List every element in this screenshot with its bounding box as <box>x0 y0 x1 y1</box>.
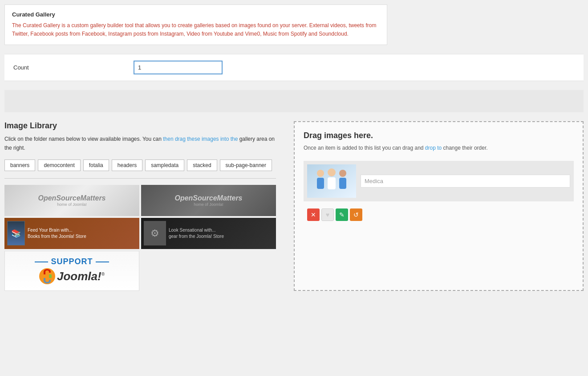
drop-zone-panel[interactable]: Drag images here. Once an item is added … <box>294 121 584 290</box>
edit-button[interactable]: ✎ <box>336 208 348 221</box>
sub-text-2: home of Joomla! <box>194 202 223 207</box>
count-label: Count <box>9 64 134 71</box>
svg-rect-7 <box>328 177 336 189</box>
folder-tag-fotalia[interactable]: fotalia <box>83 159 109 171</box>
svg-point-4 <box>317 170 324 177</box>
image-item-5[interactable]: SUPPORT Joomla!® <box>4 251 139 291</box>
gallery-item-thumb-inner <box>307 164 356 198</box>
info-box-title: Curated Gallery <box>12 11 380 18</box>
svg-rect-2 <box>49 274 52 278</box>
info-box-text: The Curated Gallery is a custom gallery … <box>12 21 380 38</box>
image-library-title: Image Library <box>4 121 276 131</box>
drop-zone-desc: Once an item is added to this list you c… <box>304 144 574 152</box>
brand-text-1: OpenSourceMatters <box>38 194 105 202</box>
image-library: Image Library Click on the folder names … <box>4 121 285 290</box>
books-thumb: 📚 <box>7 221 25 245</box>
joomla-support-text: SUPPORT <box>35 257 109 266</box>
brand-text-2: OpenSourceMatters <box>174 194 242 202</box>
delete-button[interactable]: ✕ <box>307 208 320 221</box>
gallery-item-thumb <box>307 164 356 198</box>
svg-rect-5 <box>317 178 324 189</box>
favorite-button[interactable]: ♥ <box>321 208 334 221</box>
gallery-thumb-image <box>307 164 356 198</box>
info-box: Curated Gallery The Curated Gallery is a… <box>4 4 387 45</box>
gray-spacer <box>4 90 584 112</box>
folder-tag-banners[interactable]: banners <box>4 159 35 171</box>
image-item-1[interactable]: OpenSourceMatters home of Joomla! <box>4 185 139 216</box>
image-item-4[interactable]: ⚙ Look Sensational with...gear from the … <box>141 218 276 249</box>
count-row: Count <box>4 54 584 81</box>
gallery-item-actions: ✕ ♥ ✎ ↺ <box>304 206 574 224</box>
folder-tag-stacked[interactable]: stacked <box>187 159 217 171</box>
svg-point-6 <box>328 168 336 176</box>
drop-zone-title: Drag images here. <box>304 131 574 140</box>
refresh-button[interactable]: ↺ <box>350 208 362 221</box>
image-item-3[interactable]: 📚 Feed Your Brain with...Books from the … <box>4 218 139 249</box>
image-grid: OpenSourceMatters home of Joomla! OpenSo… <box>4 185 276 291</box>
image-library-desc: Click on the folder names below to view … <box>4 135 276 152</box>
image-item-2[interactable]: OpenSourceMatters home of Joomla! <box>141 185 276 216</box>
svg-point-0 <box>39 268 55 284</box>
books-text: Feed Your Brain with...Books from the Jo… <box>28 227 86 240</box>
folder-tag-headers[interactable]: headers <box>112 159 142 171</box>
gear-text: Look Sensational with...gear from the Jo… <box>169 227 224 240</box>
svg-point-8 <box>339 170 346 177</box>
joomla-icon-svg <box>39 268 55 284</box>
divider-line <box>4 178 276 179</box>
svg-rect-9 <box>339 178 346 189</box>
count-input[interactable] <box>134 61 223 74</box>
gear-thumb: ⚙ <box>144 221 166 245</box>
page-wrapper: Curated Gallery The Curated Gallery is a… <box>0 0 588 376</box>
svg-rect-1 <box>43 274 45 278</box>
sub-text-1: home of Joomla! <box>57 202 87 207</box>
folder-tag-democontent[interactable]: democontent <box>38 159 80 171</box>
gallery-item <box>304 161 574 201</box>
folder-tags: banners democontent fotalia headers samp… <box>4 159 276 171</box>
gallery-item-caption[interactable] <box>361 175 570 188</box>
joomla-text: Joomla!® <box>57 270 105 283</box>
folder-tag-sampledata[interactable]: sampledata <box>145 159 184 171</box>
main-content: Image Library Click on the folder names … <box>4 121 584 290</box>
joomla-logo: Joomla!® <box>39 268 105 284</box>
folder-tag-sub-page-banner[interactable]: sub-page-banner <box>220 159 272 171</box>
